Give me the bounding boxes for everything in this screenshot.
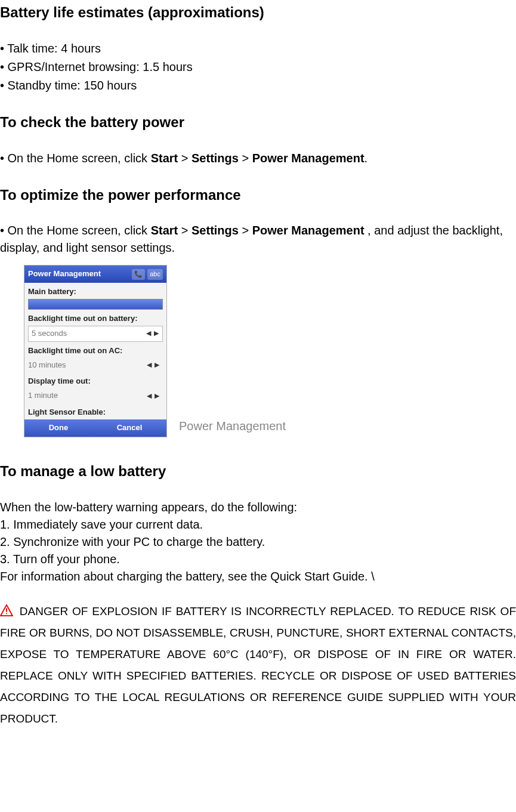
low-battery-more-info: For information about charging the batte… — [0, 568, 516, 585]
warning-block: DANGER OF EXPLOSION IF BATTERY IS INCORR… — [0, 601, 516, 730]
svg-rect-1 — [6, 608, 7, 612]
bold-settings: Settings — [191, 224, 239, 237]
heading-optimize: To optimize the power performance — [0, 185, 516, 206]
battery-estimates-list: • Talk time: 4 hours • GPRS/Internet bro… — [0, 40, 516, 94]
list-item: • Standby time: 150 hours — [0, 77, 516, 94]
screenshot-status-icons: 📞 abc — [132, 269, 163, 280]
low-battery-step-3: 3. Turn off your phone. — [0, 551, 516, 568]
bold-power-management: Power Management — [252, 152, 364, 165]
text: . — [364, 152, 368, 165]
low-battery-step-2: 2. Synchronize with your PC to charge th… — [0, 533, 516, 551]
field-backlight-battery[interactable]: 5 seconds ◀ ▶ — [28, 326, 163, 342]
list-item: • GPRS/Internet browsing: 1.5 hours — [0, 58, 516, 76]
phone-icon: 📞 — [132, 269, 145, 280]
label-light-sensor: Light Sensor Enable: — [28, 407, 163, 418]
label-backlight-ac: Backlight time out on AC: — [28, 345, 163, 357]
label-main-battery: Main battery: — [28, 286, 163, 298]
field-value: 5 seconds — [32, 328, 67, 339]
cancel-button[interactable]: Cancel — [117, 422, 143, 434]
bold-start: Start — [151, 224, 178, 237]
text: > — [178, 152, 191, 165]
heading-low-battery: To manage a low battery — [0, 461, 516, 482]
text: > — [239, 152, 252, 165]
warning-text: DANGER OF EXPLOSION IF BATTERY IS INCORR… — [0, 605, 516, 725]
svg-rect-2 — [6, 613, 7, 614]
text: > — [239, 224, 252, 237]
text: • On the Home screen, click — [0, 152, 151, 165]
input-mode-indicator: abc — [147, 269, 163, 280]
check-power-instruction: • On the Home screen, click Start > Sett… — [0, 150, 516, 167]
main-battery-bar — [28, 299, 163, 310]
spinner-arrows-icon[interactable]: ◀ ▶ — [147, 391, 160, 401]
screenshot-softkeys: Done Cancel — [24, 419, 166, 437]
field-value: 10 minutes — [28, 360, 66, 371]
label-backlight-battery: Backlight time out on battery: — [28, 313, 163, 325]
bold-settings: Settings — [191, 152, 239, 165]
label-display-timeout: Display time out: — [28, 376, 163, 387]
spinner-arrows-icon[interactable]: ◀ ▶ — [146, 329, 159, 338]
done-button[interactable]: Done — [49, 422, 69, 434]
text: > — [178, 224, 191, 237]
field-display-timeout[interactable]: 1 minute ◀ ▶ — [28, 388, 163, 403]
bold-start: Start — [151, 152, 178, 165]
screenshot-figure: Power Management 📞 abc Main battery: Bac… — [24, 265, 516, 437]
power-management-screenshot: Power Management 📞 abc Main battery: Bac… — [24, 265, 167, 437]
page-title: Battery life estimates (approximations) — [0, 2, 516, 23]
warning-triangle-icon — [0, 604, 13, 616]
screenshot-titlebar: Power Management 📞 abc — [24, 265, 166, 283]
spinner-arrows-icon[interactable]: ◀ ▶ — [147, 360, 160, 370]
text: • On the Home screen, click — [0, 224, 151, 237]
screenshot-title: Power Management — [28, 268, 101, 280]
field-backlight-ac[interactable]: 10 minutes ◀ ▶ — [28, 358, 163, 373]
optimize-instruction: • On the Home screen, click Start > Sett… — [0, 222, 516, 257]
bold-power-management: Power Management — [252, 224, 364, 237]
low-battery-step-1: 1. Immediately save your current data. — [0, 516, 516, 533]
screenshot-caption: Power Management — [179, 418, 286, 437]
list-item: • Talk time: 4 hours — [0, 40, 516, 57]
heading-check-power: To check the battery power — [0, 112, 516, 133]
field-value: 1 minute — [28, 390, 58, 402]
low-battery-intro: When the low-battery warning appears, do… — [0, 499, 516, 516]
